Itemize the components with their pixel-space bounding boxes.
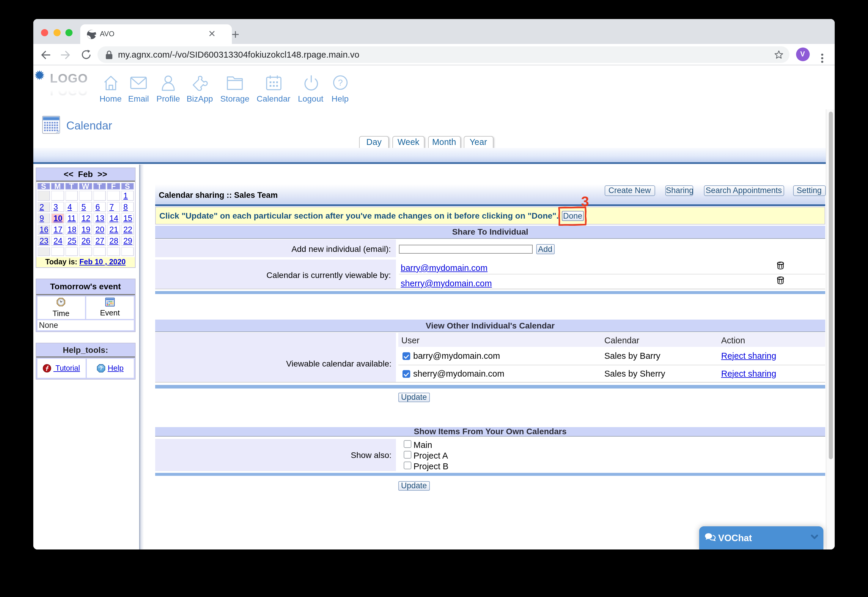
svg-text:?: ? [100,365,103,371]
svg-text:?: ? [338,78,343,87]
svg-text:3: 3 [581,194,589,209]
